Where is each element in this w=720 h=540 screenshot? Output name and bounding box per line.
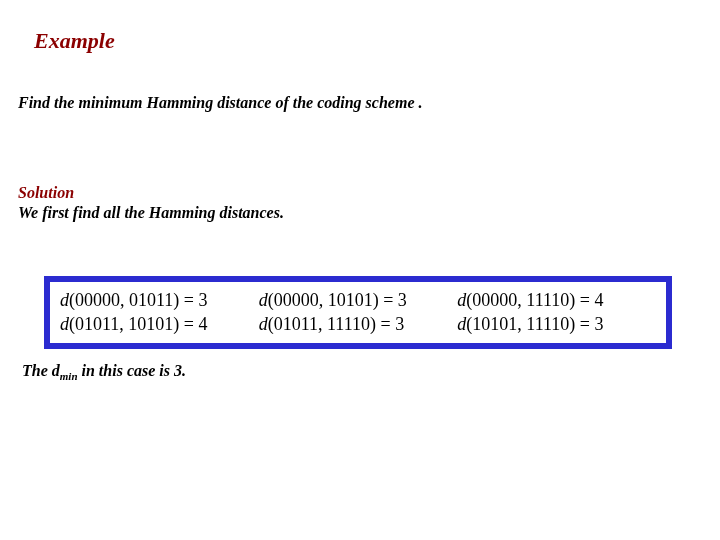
table-row: d(00000, 01011) = 3 d(00000, 10101) = 3 … <box>60 288 656 312</box>
conclusion-post: in this case is 3. <box>78 362 186 379</box>
example-heading: Example <box>34 28 115 54</box>
distance-cell: d(01011, 10101) = 4 <box>60 312 259 336</box>
distance-cell: d(00000, 11110) = 4 <box>457 288 656 312</box>
conclusion-text: The dmin in this case is 3. <box>22 362 186 382</box>
solution-intro: We first find all the Hamming distances. <box>18 204 284 222</box>
conclusion-subscript: min <box>60 370 78 382</box>
distance-cell: d(00000, 10101) = 3 <box>259 288 458 312</box>
distance-cell: d(01011, 11110) = 3 <box>259 312 458 336</box>
problem-statement: Find the minimum Hamming distance of the… <box>18 94 422 112</box>
distance-cell: d(00000, 01011) = 3 <box>60 288 259 312</box>
distance-cell: d(10101, 11110) = 3 <box>457 312 656 336</box>
table-row: d(01011, 10101) = 4 d(01011, 11110) = 3 … <box>60 312 656 336</box>
hamming-distance-table: d(00000, 01011) = 3 d(00000, 10101) = 3 … <box>44 276 672 349</box>
conclusion-pre: The d <box>22 362 60 379</box>
solution-label: Solution <box>18 184 74 202</box>
